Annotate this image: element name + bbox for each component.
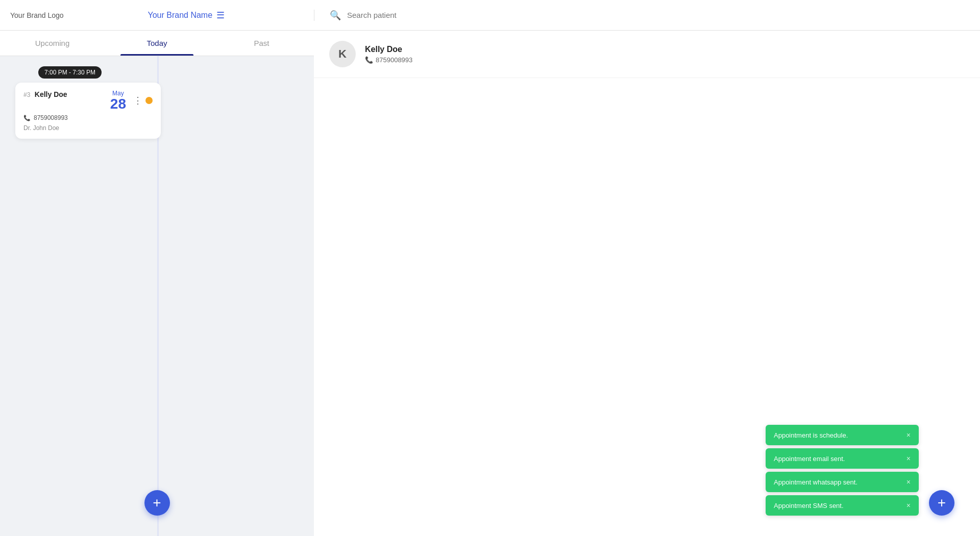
phone-row: 📞 8759008993 xyxy=(23,114,153,121)
toast-close-1[interactable]: × xyxy=(906,454,911,463)
date-block: May 28 xyxy=(110,90,126,111)
toast-message-2: Appointment whatsapp sent. xyxy=(774,478,857,486)
toast-3: Appointment SMS sent. × xyxy=(766,495,919,516)
patient-name: Kelly Doe xyxy=(35,90,67,98)
header-right: 🔍 xyxy=(314,10,980,21)
header: Your Brand Logo Your Brand Name ☰ 🔍 xyxy=(0,0,980,31)
patient-name-row: #3 Kelly Doe xyxy=(23,90,67,99)
avatar: K xyxy=(329,41,356,67)
menu-icon[interactable]: ☰ xyxy=(216,10,225,21)
patient-detail-phone: 📞 8759008993 xyxy=(365,56,412,64)
toasts-container: Appointment is schedule. × Appointment e… xyxy=(766,425,919,516)
appointment-card[interactable]: #3 Kelly Doe May 28 ⋮ 📞 xyxy=(15,83,161,139)
toast-close-2[interactable]: × xyxy=(906,478,911,486)
toast-message-0: Appointment is schedule. xyxy=(774,431,848,439)
add-appointment-button[interactable]: + xyxy=(144,490,170,516)
patient-phone: 8759008993 xyxy=(34,114,68,121)
add-right-button[interactable]: + xyxy=(929,490,954,516)
tab-past[interactable]: Past xyxy=(209,31,314,56)
toast-message-1: Appointment email sent. xyxy=(774,455,845,463)
phone-icon: 📞 xyxy=(23,115,31,121)
toast-0: Appointment is schedule. × xyxy=(766,425,919,445)
brand-name-container: Your Brand Name ☰ xyxy=(148,10,225,21)
card-top: #3 Kelly Doe May 28 ⋮ xyxy=(23,90,153,111)
header-left: Your Brand Logo Your Brand Name ☰ xyxy=(0,10,314,21)
more-icon[interactable]: ⋮ xyxy=(133,95,142,106)
search-icon: 🔍 xyxy=(330,10,341,21)
toast-message-3: Appointment SMS sent. xyxy=(774,502,844,509)
card-patient-info: #3 Kelly Doe xyxy=(23,90,67,99)
patient-detail-name: Kelly Doe xyxy=(365,45,412,54)
patient-number: #3 xyxy=(23,91,30,98)
tab-today[interactable]: Today xyxy=(105,31,209,56)
status-dot xyxy=(145,97,153,104)
brand-name: Your Brand Name xyxy=(148,11,212,20)
appointments-area: 7:00 PM - 7:30 PM #3 Kelly Doe May 28 xyxy=(0,56,314,536)
toast-close-3[interactable]: × xyxy=(906,501,911,509)
patient-details: Kelly Doe 📞 8759008993 xyxy=(365,45,412,64)
card-actions: May 28 ⋮ xyxy=(110,90,153,111)
date-day: 28 xyxy=(110,97,126,111)
patient-info-header: K Kelly Doe 📞 8759008993 xyxy=(314,31,980,78)
toast-2: Appointment whatsapp sent. × xyxy=(766,472,919,492)
main-layout: Upcoming Today Past 7:00 PM - 7:30 PM #3 xyxy=(0,31,980,536)
toast-1: Appointment email sent. × xyxy=(766,448,919,469)
doctor-name: Dr. John Doe xyxy=(23,124,153,132)
tabs: Upcoming Today Past xyxy=(0,31,314,56)
toast-close-0[interactable]: × xyxy=(906,431,911,439)
right-panel: K Kelly Doe 📞 8759008993 + Appointment i… xyxy=(314,31,980,536)
brand-logo: Your Brand Logo xyxy=(10,11,64,19)
left-panel: Upcoming Today Past 7:00 PM - 7:30 PM #3 xyxy=(0,31,314,536)
search-input[interactable] xyxy=(347,11,500,19)
detail-phone-icon: 📞 xyxy=(365,56,373,64)
time-tooltip: 7:00 PM - 7:30 PM xyxy=(38,66,102,79)
tab-upcoming[interactable]: Upcoming xyxy=(0,31,105,56)
detail-phone-number: 8759008993 xyxy=(376,56,412,64)
